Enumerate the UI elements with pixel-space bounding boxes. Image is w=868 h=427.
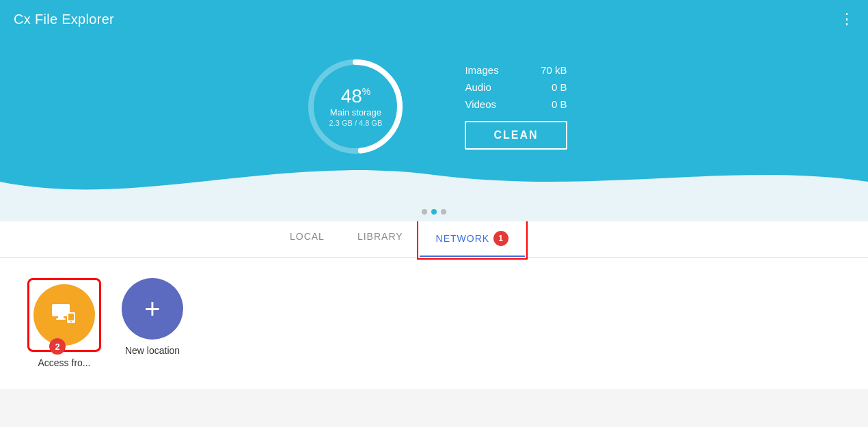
storage-donut-wrapper: 48% Main storage 2.3 GB / 4.8 GB bbox=[301, 52, 410, 161]
tabs-container: LOCAL LIBRARY NETWORK 1 bbox=[0, 221, 868, 258]
storage-stats: Images 70 kB Audio 0 B Videos 0 B CLEAN bbox=[465, 64, 567, 150]
plus-icon: + bbox=[144, 295, 160, 322]
audio-value: 0 B bbox=[552, 81, 567, 93]
network-tab-label: NETWORK bbox=[436, 233, 490, 244]
dot-2[interactable] bbox=[431, 209, 437, 215]
tab-library[interactable]: LIBRARY bbox=[341, 221, 420, 257]
audio-label: Audio bbox=[465, 81, 491, 93]
svg-point-7 bbox=[70, 321, 72, 322]
dot-3[interactable] bbox=[441, 209, 446, 215]
videos-value: 0 B bbox=[552, 98, 567, 110]
new-location-item[interactable]: + New location bbox=[122, 278, 183, 356]
new-location-label: New location bbox=[125, 345, 180, 356]
tab-local[interactable]: LOCAL bbox=[273, 221, 341, 257]
access-from-badge: 2 bbox=[49, 338, 66, 355]
storage-size: 2.3 GB / 4.8 GB bbox=[329, 119, 383, 127]
storage-label: Main storage bbox=[329, 107, 383, 118]
stat-audio: Audio 0 B bbox=[465, 81, 567, 93]
storage-donut: 48% Main storage 2.3 GB / 4.8 GB bbox=[301, 52, 410, 161]
images-label: Images bbox=[465, 64, 498, 76]
tab-network[interactable]: NETWORK 1 bbox=[420, 221, 526, 257]
donut-center: 48% Main storage 2.3 GB / 4.8 GB bbox=[329, 87, 383, 127]
clean-button[interactable]: CLEAN bbox=[465, 121, 567, 150]
new-location-icon-circle: + bbox=[122, 278, 183, 340]
access-from-label: Access fro... bbox=[38, 357, 90, 368]
stat-images: Images 70 kB bbox=[465, 64, 567, 76]
images-value: 70 kB bbox=[541, 64, 567, 76]
more-options-icon[interactable]: ⋮ bbox=[839, 10, 854, 28]
svg-rect-4 bbox=[56, 318, 66, 320]
access-from-item[interactable]: Access fro... 2 bbox=[27, 278, 101, 368]
storage-banner: 48% Main storage 2.3 GB / 4.8 GB Images … bbox=[0, 38, 868, 202]
dots-indicator bbox=[0, 202, 868, 221]
videos-label: Videos bbox=[465, 98, 496, 110]
app-title: Cx File Explorer bbox=[14, 12, 114, 27]
dot-1[interactable] bbox=[422, 209, 427, 215]
stat-videos: Videos 0 B bbox=[465, 98, 567, 110]
content-area: Access fro... 2 + New location bbox=[0, 258, 868, 389]
network-tab-with-badge: NETWORK 1 bbox=[436, 231, 509, 246]
svg-rect-6 bbox=[68, 314, 74, 320]
network-badge: 1 bbox=[493, 231, 508, 246]
wave-decoration bbox=[0, 154, 868, 202]
access-from-selected-border bbox=[27, 278, 101, 352]
top-bar: Cx File Explorer ⋮ bbox=[0, 0, 868, 38]
access-from-icon-circle bbox=[33, 284, 95, 346]
storage-percent: 48% bbox=[329, 87, 383, 106]
